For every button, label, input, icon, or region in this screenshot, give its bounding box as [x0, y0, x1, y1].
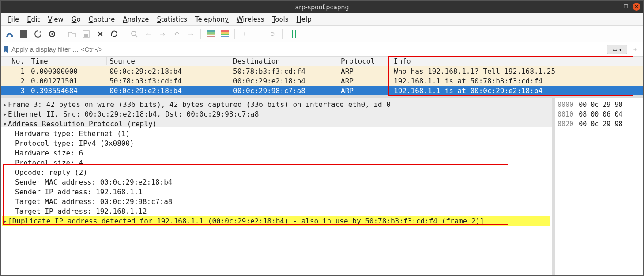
svg-rect-10 — [207, 36, 215, 37]
menu-analyze[interactable]: Analyze — [119, 14, 152, 25]
cell-proto: ARP — [338, 87, 391, 95]
save-icon[interactable] — [80, 28, 92, 40]
hex-bytes: 00 0c 29 98 — [579, 101, 622, 109]
tree-hw-size[interactable]: Hardware size: 6 — [2, 148, 550, 158]
menu-file[interactable]: File — [4, 14, 23, 25]
cell-info: 192.168.1.1 is at 50:78:b3:f3:cd:f4 — [391, 77, 643, 85]
hex-row[interactable]: 002000 0c 29 98 — [557, 119, 640, 129]
svg-line-6 — [136, 35, 137, 37]
packet-row-selected[interactable]: 3 0.393554684 00:0c:29:e2:18:b4 00:0c:29… — [1, 86, 643, 95]
menu-view[interactable]: View — [44, 14, 67, 25]
col-time[interactable]: Time — [28, 57, 107, 65]
mid-panes: ▸Frame 3: 42 bytes on wire (336 bits), 4… — [1, 98, 643, 275]
titlebar: arp-spoof.pcapng – ☐ ✕ — [1, 1, 643, 13]
toolbar-divider — [124, 29, 124, 39]
hex-bytes: 00 0c 29 98 — [579, 120, 622, 128]
close-button[interactable]: ✕ — [633, 3, 640, 11]
bookmark-icon[interactable] — [3, 45, 9, 53]
tree-target-mac[interactable]: Target MAC address: 00:0c:29:98:c7:a8 — [2, 197, 550, 207]
toolbar: ← → ↶ → ＋ － ⟳ — [1, 26, 643, 42]
svg-point-2 — [51, 33, 53, 35]
filter-add-button[interactable]: ＋ — [629, 43, 641, 56]
cell-time: 0.393554684 — [28, 87, 107, 95]
svg-point-5 — [132, 31, 136, 36]
window-title: arp-spoof.pcapng — [295, 4, 349, 11]
tree-frame[interactable]: ▸Frame 3: 42 bytes on wire (336 bits), 4… — [2, 100, 550, 110]
tree-arp[interactable]: ▾Address Resolution Protocol (reply) — [2, 119, 550, 129]
svg-rect-7 — [207, 30, 215, 32]
menu-tools[interactable]: Tools — [269, 14, 292, 25]
fin-icon[interactable] — [4, 28, 16, 40]
filter-apply-button[interactable]: ▭ ▾ — [607, 45, 627, 54]
hex-row[interactable]: 000000 0c 29 98 — [557, 100, 640, 110]
col-src[interactable]: Source — [107, 57, 230, 65]
menu-wireless[interactable]: Wireless — [233, 14, 268, 25]
next-icon[interactable]: → — [156, 28, 169, 40]
cell-src: 50:78:b3:f3:cd:f4 — [107, 77, 230, 85]
packet-details[interactable]: ▸Frame 3: 42 bytes on wire (336 bits), 4… — [1, 98, 555, 275]
packet-row[interactable]: 1 0.000000000 00:0c:29:e2:18:b4 50:78:b3… — [1, 66, 643, 76]
col-info[interactable]: Info — [391, 57, 643, 65]
menu-help[interactable]: Help — [293, 14, 315, 25]
svg-rect-4 — [84, 34, 88, 37]
tree-proto-type[interactable]: Protocol type: IPv4 (0x0800) — [2, 139, 550, 148]
hex-offset: 0020 — [557, 120, 573, 128]
cell-dst: 00:0c:29:98:c7:a8 — [230, 87, 338, 95]
cell-dst: 50:78:b3:f3:cd:f4 — [230, 67, 338, 76]
svg-rect-9 — [207, 34, 215, 35]
jump-fwd-icon[interactable]: → — [185, 28, 197, 40]
zoom-reset-icon[interactable]: ⟳ — [267, 28, 279, 40]
maximize-button[interactable]: ☐ — [622, 3, 630, 11]
tree-target-ip[interactable]: Target IP address: 192.168.1.12 — [2, 207, 550, 216]
minimize-button[interactable]: – — [611, 3, 619, 11]
svg-rect-0 — [20, 30, 27, 38]
open-icon[interactable] — [66, 28, 78, 40]
col-no[interactable]: No. — [1, 57, 28, 65]
menu-edit[interactable]: Edit — [23, 14, 43, 25]
cell-time: 0.000000000 — [28, 67, 107, 76]
app-window: arp-spoof.pcapng – ☐ ✕ File Edit View Go… — [0, 0, 644, 276]
hex-bytes: 08 00 06 04 — [579, 110, 622, 118]
menu-capture[interactable]: Capture — [85, 14, 119, 25]
hex-offset: 0000 — [557, 101, 573, 109]
tree-hw-type[interactable]: Hardware type: Ethernet (1) — [2, 129, 550, 139]
menu-go[interactable]: Go — [68, 14, 84, 25]
tree-eth[interactable]: ▸Ethernet II, Src: 00:0c:29:e2:18:b4, Ds… — [2, 110, 550, 119]
toolbar-divider — [282, 29, 283, 39]
col-dst[interactable]: Destination — [230, 57, 338, 65]
hex-pane[interactable]: 000000 0c 29 98 001008 00 06 04 002000 0… — [555, 98, 643, 275]
prev-icon[interactable]: ← — [142, 28, 154, 40]
packet-row[interactable]: 2 0.001271501 50:78:b3:f3:cd:f4 00:0c:29… — [1, 76, 643, 86]
close-file-icon[interactable] — [94, 28, 106, 40]
hex-row[interactable]: 001008 00 06 04 — [557, 110, 640, 119]
restart-icon[interactable] — [32, 28, 44, 40]
zoom-in-icon[interactable]: ＋ — [238, 28, 251, 40]
color-rules-icon[interactable] — [218, 28, 231, 40]
tree-sender-mac[interactable]: Sender MAC address: 00:0c:29:e2:18:b4 — [2, 178, 550, 187]
cell-src: 00:0c:29:e2:18:b4 — [107, 87, 230, 95]
cell-time: 0.001271501 — [28, 77, 107, 85]
tree-opcode[interactable]: Opcode: reply (2) — [2, 168, 550, 178]
menu-statistics[interactable]: Statistics — [153, 14, 191, 25]
cell-no: 1 — [1, 67, 28, 76]
tree-sender-ip[interactable]: Sender IP address: 192.168.1.1 — [2, 187, 550, 197]
display-filter-input[interactable] — [11, 44, 605, 55]
menu-telephony[interactable]: Telephony — [192, 14, 232, 25]
tree-duplicate-ip-warning[interactable]: ▸[Duplicate IP address detected for 192.… — [2, 216, 550, 226]
options-icon[interactable] — [46, 28, 58, 40]
jump-icon[interactable]: ↶ — [170, 28, 183, 40]
color-icon[interactable] — [204, 28, 217, 40]
zoom-out-icon[interactable]: － — [252, 28, 265, 40]
col-proto[interactable]: Protocol — [338, 57, 391, 65]
menubar: File Edit View Go Capture Analyze Statis… — [1, 13, 643, 26]
packet-header: No. Time Source Destination Protocol Inf… — [1, 57, 643, 66]
stop-icon[interactable] — [18, 28, 30, 40]
svg-rect-12 — [221, 32, 229, 34]
cell-proto: ARP — [338, 67, 391, 76]
cell-dst: 00:0c:29:e2:18:b4 — [230, 77, 338, 85]
svg-rect-8 — [207, 32, 215, 34]
find-icon[interactable] — [128, 28, 140, 40]
reload-icon[interactable] — [108, 28, 121, 40]
resize-cols-icon[interactable] — [286, 28, 299, 40]
tree-proto-size[interactable]: Protocol size: 4 — [2, 158, 550, 168]
